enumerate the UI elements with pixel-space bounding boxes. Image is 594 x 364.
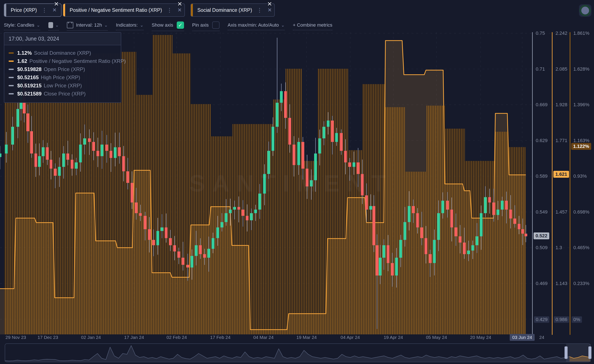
tab-sentiment-ratio[interactable]: Positive / Negative Sentiment Ratio (XRP… (63, 3, 185, 17)
tooltip-timestamp: 17:00, June 03, 2024 (4, 33, 121, 45)
x-axis-tick-label: 17 Jan 24 (124, 335, 144, 340)
tooltip-row: $0.519215 Low Price (XRP) (9, 83, 116, 89)
price-axis-tick-label: 0.75 (536, 31, 545, 36)
series-dash-icon (9, 85, 14, 86)
tab-accent (63, 4, 65, 16)
tooltip-value: $0.519828 (17, 66, 41, 72)
tooltip-row: $0.52165 High Price (XRP) (9, 74, 116, 80)
chart-tooltip: 17:00, June 03, 2024 1.12% Social Domina… (4, 32, 121, 103)
tab-social-dominance[interactable]: Social Dominance (XRP) ⋮ ✕ ✕ (190, 3, 275, 17)
price-axis-line[interactable] (532, 32, 533, 335)
x-axis-tick-label: 24 (539, 335, 544, 340)
close-icon[interactable]: ✕ (54, 0, 59, 7)
interval-selector[interactable]: Interval: 12h⌄ (67, 22, 108, 31)
kebab-icon[interactable]: ⋮ (167, 7, 172, 13)
combine-metrics-button[interactable]: + Combine metrics (293, 22, 332, 30)
calendar-icon (67, 22, 73, 28)
kebab-icon[interactable]: ⋮ (257, 7, 262, 13)
sentiment-last-value-badge: 1.621 (553, 171, 569, 178)
social-axis-line[interactable] (570, 32, 570, 335)
chevron-down-icon: ⌄ (281, 23, 285, 28)
close-icon[interactable]: ✕ (267, 0, 272, 7)
tooltip-row: $0.521589 Close Price (XRP) (9, 91, 116, 97)
tooltip-value: 1.62 (17, 58, 27, 64)
tab-label: Price (XRP) (11, 7, 37, 13)
tooltip-label: Open Price (XRP) (44, 66, 85, 72)
tooltip-row: $0.519828 Open Price (XRP) (9, 66, 116, 72)
price-last-value-badge: 0.522 (533, 233, 549, 239)
pin-axis-toggle[interactable]: Pin axis (192, 21, 220, 31)
price-axis-tick-label: 0.589 (536, 173, 547, 179)
chevron-down-icon: ⌄ (104, 23, 108, 28)
social-axis-tick-label: 1.163% (573, 138, 589, 143)
tab-accent (4, 4, 6, 16)
social-axis-tick-label: 0.233% (573, 281, 589, 286)
price-axis-tick-label: 0.629 (536, 138, 547, 143)
social-axis-tick-label: 0.698% (573, 209, 589, 215)
swatch-icon (48, 22, 53, 28)
color-swatch-selector[interactable]: ⌄ (48, 22, 59, 31)
x-axis-tick-label: 02 Feb 24 (167, 335, 187, 340)
tooltip-value: $0.519215 (17, 83, 41, 89)
close-icon[interactable]: ✕ (177, 0, 182, 7)
close-icon[interactable]: ✕ (178, 7, 182, 13)
x-axis-tick-label: 04 Mar 24 (253, 335, 274, 340)
series-dash-icon (9, 77, 14, 78)
close-icon[interactable]: ✕ (267, 7, 272, 13)
sentiment-axis-tick-label: 1.771 (555, 138, 567, 143)
price-axis-tick-label: 0.71 (536, 66, 545, 72)
show-axis-toggle[interactable]: Show axis ✓ (152, 21, 184, 31)
record-indicator-icon (579, 5, 591, 16)
chart-toolbar: Style: Candles⌄ ⌄ Interval: 12h⌄ Indicat… (4, 21, 332, 32)
sentiment-axis-tick-label: 2.242 (555, 31, 567, 36)
social-axis-tick-label: 1.861% (573, 31, 589, 36)
close-icon[interactable]: ✕ (52, 7, 57, 13)
x-axis-tick-label: 03 Jun 24 (510, 334, 535, 341)
pin-axis-checkbox[interactable] (212, 21, 220, 29)
tooltip-row: 1.12% Social Dominance (XRP) (9, 50, 116, 56)
x-axis-tick-label: 20 May 24 (470, 335, 491, 340)
social-axis-tick-label: 1.628% (573, 66, 589, 72)
navigator-selection[interactable] (566, 344, 591, 362)
sentiment-axis-tick-label: 0.986 (554, 316, 569, 323)
axis-maxmin-selector[interactable]: Axis max/min: Auto/Auto⌄ (228, 22, 285, 30)
status-indicator-button[interactable] (579, 4, 591, 17)
indicators-selector[interactable]: Indicators:⌄ (116, 22, 143, 30)
chevron-down-icon: ⌄ (55, 23, 59, 28)
tooltip-label: Positive / Negative Sentiment Ratio (XRP… (29, 58, 126, 64)
navigator-left-handle[interactable] (565, 346, 567, 359)
tooltip-value: $0.52165 (17, 74, 39, 80)
price-axis-tick-label: 0.469 (536, 281, 547, 286)
x-axis-tick-label: 17 Dec 23 (38, 335, 58, 340)
series-dash-icon (9, 69, 14, 70)
show-axis-checkbox[interactable]: ✓ (177, 21, 184, 29)
x-axis-tick-label: 02 Jan 24 (81, 335, 101, 340)
tab-accent (191, 4, 193, 16)
x-axis-tick-label: 19 Apr 24 (384, 335, 403, 340)
tab-label: Social Dominance (XRP) (197, 7, 252, 13)
x-axis-tick-label: 17 Feb 24 (210, 335, 231, 340)
social-axis-tick-label: 0% (572, 316, 582, 323)
tooltip-label: Close Price (XRP) (44, 91, 86, 97)
sentiment-axis-tick-label: 1.3 (555, 245, 562, 250)
social-last-value-badge: 1.122% (571, 143, 591, 150)
sentiment-axis-tick-label: 1.928 (555, 102, 567, 108)
kebab-icon[interactable]: ⋮ (41, 7, 47, 13)
series-dash-icon (9, 52, 14, 54)
sentiment-axis-line[interactable] (552, 32, 553, 335)
style-selector[interactable]: Style: Candles⌄ (4, 22, 40, 30)
tab-price[interactable]: Price (XRP) ⋮ ✕ ✕ (4, 3, 61, 17)
price-axis-tick-label: 0.669 (536, 102, 547, 108)
sentiment-axis-tick-label: 1.143 (555, 281, 567, 286)
x-axis-tick-label: 29 Nov 23 (6, 335, 26, 340)
timeline-navigator[interactable] (5, 343, 591, 362)
price-axis-tick-label: 0.509 (536, 245, 547, 250)
x-axis-tick-label: 05 May 24 (426, 335, 447, 340)
price-axis-tick-label: 0.549 (536, 209, 547, 215)
navigator-right-handle[interactable] (588, 346, 591, 359)
tooltip-label: Social Dominance (XRP) (34, 50, 91, 56)
chart-app-window: SANTIMENT Price (XRP) ⋮ ✕ ✕ Positive / N… (0, 0, 594, 364)
x-axis-tick-label: 04 Apr 24 (341, 335, 360, 340)
chevron-down-icon: ⌄ (37, 23, 40, 28)
sentiment-axis-tick-label: 1.457 (555, 209, 567, 215)
